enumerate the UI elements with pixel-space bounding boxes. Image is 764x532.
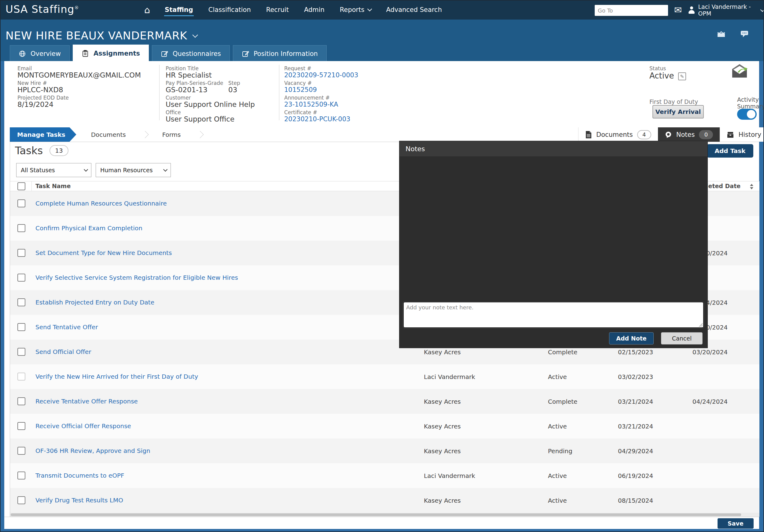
nav-item-reports[interactable]: Reports: [339, 4, 372, 16]
row-checkbox[interactable]: [17, 249, 25, 257]
tab-notes-panel[interactable]: Notes 0: [658, 127, 720, 142]
activity-summary-toggle[interactable]: [737, 109, 757, 120]
task-active-date: 03/21/2024: [618, 398, 653, 405]
task-link[interactable]: Verify Drug Test Results LMO: [36, 496, 123, 504]
tab-documents-panel[interactable]: Documents 4: [578, 127, 658, 142]
announcement-number-link[interactable]: 23-10152509-KA: [284, 101, 338, 108]
task-active-date: 04/29/2024: [618, 448, 653, 455]
notes-panel-title: Notes: [406, 145, 425, 153]
owner-filter-select[interactable]: Human Resources: [96, 163, 171, 177]
chat-bubble-icon[interactable]: [740, 30, 748, 38]
nav-item-advanced-search[interactable]: Advanced Search: [385, 4, 443, 16]
task-link[interactable]: Confirm Physical Exam Completion: [36, 224, 142, 232]
request-number-link[interactable]: 20230209-57210-0003: [284, 71, 358, 79]
home-icon[interactable]: ⌂: [144, 6, 150, 15]
column-divider: [32, 182, 32, 192]
save-button[interactable]: Save: [717, 518, 754, 529]
activity-summary-label-line1: Activity: [737, 96, 759, 103]
task-link[interactable]: Transmit Documents to eOPF: [36, 472, 124, 479]
task-link[interactable]: Receive Tentative Offer Response: [36, 398, 138, 405]
column-task-name[interactable]: Task Name: [36, 183, 71, 189]
footer-bar: Save: [4, 517, 759, 529]
new-hire-number-label: New Hire #: [17, 80, 47, 86]
notes-panel-header: Notes: [399, 141, 707, 156]
nav-item-admin[interactable]: Admin: [303, 4, 325, 16]
task-active-date: 02/15/2023: [618, 348, 653, 356]
row-checkbox[interactable]: [17, 373, 25, 380]
office-value: User Support Office: [166, 115, 234, 123]
record-tabs: Overview Assignments Questionnaires Posi…: [10, 45, 327, 62]
chevron-down-icon: [367, 7, 372, 12]
column-completed-date[interactable]: leted Date: [706, 183, 740, 189]
vacancy-number-link[interactable]: 10152509: [284, 86, 317, 93]
task-status: Pending: [548, 448, 572, 455]
task-link[interactable]: Send Official Offer: [36, 348, 92, 355]
user-icon: [687, 6, 695, 14]
task-assigned-to: Kasey Acres: [424, 348, 461, 356]
task-link[interactable]: Verify the New Hire Arrived for their Fi…: [36, 373, 198, 380]
eod-label: Projected EOD Date: [17, 95, 69, 101]
tab-history-panel[interactable]: History: [720, 127, 764, 142]
task-link[interactable]: Send Tentative Offer: [36, 324, 98, 331]
row-checkbox[interactable]: [17, 422, 25, 430]
verify-arrival-button[interactable]: Verify Arrival: [653, 105, 704, 118]
top-navbar: USA Staffing® ⌂ Staffing Classification …: [1, 1, 763, 20]
task-link[interactable]: Receive Official Offer Response: [36, 422, 131, 430]
task-assigned-to: Laci Vandermark: [424, 373, 475, 380]
certificate-number-link[interactable]: 20230210-PCUK-003: [284, 115, 350, 123]
task-assigned-to: Laci Vandermark: [424, 472, 475, 479]
goto-input[interactable]: [598, 7, 667, 14]
task-link[interactable]: Verify Selective Service System Registra…: [36, 274, 238, 281]
mail-icon[interactable]: ✉: [674, 5, 682, 15]
nav-item-classification[interactable]: Classification: [208, 4, 252, 16]
tab-label: Overview: [31, 50, 61, 58]
subtab-manage-tasks[interactable]: Manage Tasks: [10, 127, 77, 142]
tab-position-information[interactable]: Position Information: [233, 45, 327, 62]
nav-item-recruit[interactable]: Recruit: [266, 4, 289, 16]
status-filter-select[interactable]: All Statuses: [16, 163, 92, 177]
open-envelope-arrow-icon[interactable]: [731, 64, 748, 79]
position-title-value: HR Specialist: [166, 71, 212, 79]
chevron-down-icon[interactable]: [193, 32, 198, 38]
tab-overview[interactable]: Overview: [10, 45, 70, 62]
row-checkbox[interactable]: [17, 200, 25, 207]
tab-label: Notes: [676, 131, 695, 138]
select-all-checkbox[interactable]: [17, 182, 25, 190]
note-textarea[interactable]: [404, 302, 703, 328]
scrollbar-thumb[interactable]: [11, 513, 741, 516]
row-checkbox[interactable]: [17, 471, 25, 479]
subtab-forms[interactable]: Forms: [148, 131, 197, 138]
task-link[interactable]: Complete Human Resources Questionnaire: [36, 200, 167, 207]
page-title: NEW HIRE BEAUX VANDERMARK: [6, 29, 197, 42]
tab-assignments[interactable]: Assignments: [73, 45, 149, 62]
edit-status-icon[interactable]: ✎: [678, 72, 686, 80]
task-link[interactable]: OF-306 HR Review, Approve and Sign: [36, 447, 150, 455]
row-checkbox[interactable]: [17, 447, 25, 455]
user-menu[interactable]: Laci Vandermark - OPM: [687, 1, 763, 20]
table-row: Receive Official Offer Response Kasey Ac…: [10, 414, 759, 439]
certificate-number-label: Certificate #: [284, 109, 317, 115]
row-checkbox[interactable]: [17, 298, 25, 306]
table-row: Verify the New Hire Arrived for their Fi…: [10, 364, 759, 389]
row-checkbox[interactable]: [17, 348, 25, 356]
tab-questionnaires[interactable]: Questionnaires: [152, 45, 230, 62]
row-checkbox[interactable]: [17, 224, 25, 232]
nav-item-staffing[interactable]: Staffing: [164, 4, 194, 16]
cancel-note-button[interactable]: Cancel: [661, 332, 702, 344]
row-checkbox[interactable]: [17, 397, 25, 405]
tab-label: Assignments: [94, 50, 140, 57]
add-task-button[interactable]: Add Task: [707, 144, 753, 158]
email-value: MONTGOMERYBEAUX@GMAIL.COM: [17, 71, 141, 79]
row-checkbox[interactable]: [17, 496, 25, 504]
add-note-button[interactable]: Add Note: [609, 332, 654, 344]
sort-icon[interactable]: [750, 184, 754, 190]
task-link[interactable]: Establish Projected Entry on Duty Date: [36, 299, 154, 306]
subtab-documents[interactable]: Documents: [77, 131, 142, 138]
row-checkbox[interactable]: [17, 323, 25, 331]
email-label: Email: [17, 66, 32, 71]
row-checkbox[interactable]: [17, 274, 25, 282]
task-link[interactable]: Set Document Type for New Hire Documents: [36, 249, 172, 257]
app-logo[interactable]: USA Staffing®: [6, 3, 79, 15]
mail-open-icon[interactable]: [717, 30, 725, 38]
brand-text: USA Staffing: [6, 3, 74, 15]
